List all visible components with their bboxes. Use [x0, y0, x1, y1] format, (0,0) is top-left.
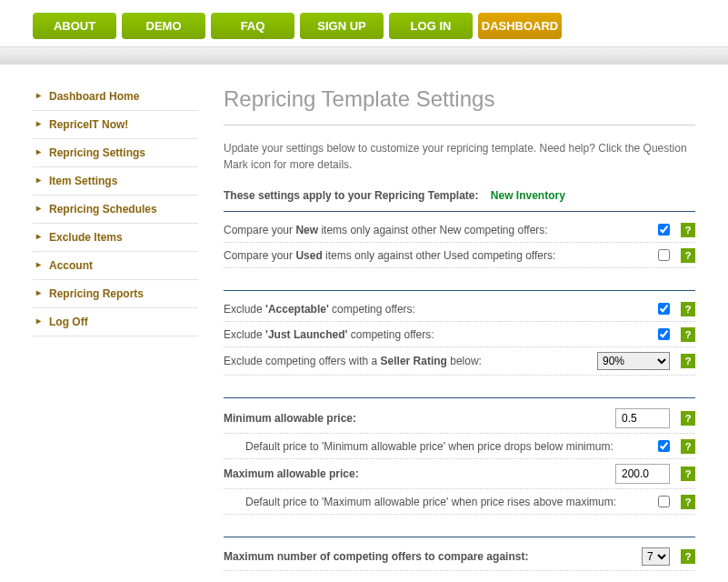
row-exclude-acceptable: Exclude 'Acceptable' competing offers: ? [224, 296, 695, 322]
checkbox-compare-new[interactable] [658, 224, 670, 236]
nav-login[interactable]: LOG IN [389, 13, 473, 39]
checkbox-max-default[interactable] [658, 496, 670, 507]
input-min-price[interactable] [615, 408, 670, 428]
help-icon[interactable]: ? [681, 439, 695, 454]
template-prefix: These settings apply to your Repricing T… [224, 189, 479, 202]
label-compare-used: Compare your Used items only against oth… [224, 249, 658, 262]
main-panel: Repricing Template Settings Update your … [224, 83, 695, 582]
sidebar-item-account[interactable]: Account [33, 252, 198, 280]
help-icon[interactable]: ? [681, 467, 695, 481]
help-icon[interactable]: ? [681, 495, 695, 509]
section-rule-3 [224, 397, 695, 398]
help-icon[interactable]: ? [681, 327, 695, 342]
input-max-price[interactable] [615, 464, 670, 484]
row-max-price: Maximum allowable price: ? [224, 459, 695, 489]
nav-dashboard[interactable]: DASHBOARD [478, 13, 562, 39]
label-compare-new: Compare your New items only against othe… [224, 224, 658, 236]
label-exclude-acceptable: Exclude 'Acceptable' competing offers: [224, 303, 658, 316]
nav-faq[interactable]: FAQ [211, 13, 294, 39]
sidebar-item-repricing-schedules[interactable]: Repricing Schedules [33, 196, 198, 224]
checkbox-min-default[interactable] [658, 440, 670, 452]
nav-about[interactable]: ABOUT [33, 13, 116, 39]
label-max-default: Default price to 'Maximum allowable pric… [224, 496, 658, 508]
sidebar-item-repricing-settings[interactable]: Repricing Settings [33, 139, 198, 167]
header-divider [0, 46, 728, 65]
label-min-price: Minimum allowable price: [224, 412, 615, 425]
template-name: New Inventory [491, 189, 565, 202]
label-max-offers: Maximum number of competing offers to co… [224, 550, 642, 563]
help-icon[interactable]: ? [681, 223, 695, 237]
section-rule-4 [224, 537, 695, 537]
row-max-offers: Maximum number of competing offers to co… [224, 543, 695, 571]
row-min-default: Default price to 'Minimum allowable pric… [224, 434, 695, 459]
sidebar-item-repricing-reports[interactable]: Repricing Reports [33, 280, 198, 308]
nav-signup[interactable]: SIGN UP [300, 13, 384, 39]
sidebar-item-repriceit-now[interactable]: RepriceIT Now! [33, 111, 198, 139]
nav-demo[interactable]: DEMO [122, 13, 205, 39]
title-rule [224, 125, 695, 125]
sidebar-item-log-off[interactable]: Log Off [33, 308, 198, 336]
help-icon[interactable]: ? [681, 549, 695, 564]
row-exclude-just-launched: Exclude 'Just Launched' competing offers… [224, 322, 695, 347]
checkbox-compare-used[interactable] [658, 249, 670, 261]
sidebar-item-exclude-items[interactable]: Exclude Items [33, 224, 198, 252]
template-line: These settings apply to your Repricing T… [224, 189, 695, 202]
section-rule-2 [224, 290, 695, 291]
label-exclude-just-launched: Exclude 'Just Launched' competing offers… [224, 328, 658, 341]
page-title: Repricing Template Settings [224, 86, 695, 112]
row-compare-used: Compare your Used items only against oth… [224, 243, 695, 268]
row-exclude-rating: Exclude competing offers with a Seller R… [224, 347, 695, 376]
label-exclude-rating: Exclude competing offers with a Seller R… [224, 355, 597, 367]
label-min-default: Default price to 'Minimum allowable pric… [224, 440, 658, 453]
select-max-offers[interactable]: 7 [642, 547, 670, 566]
row-min-price: Minimum allowable price: ? [224, 404, 695, 434]
select-seller-rating[interactable]: 90% [597, 352, 670, 370]
row-compare-new: Compare your New items only against othe… [224, 217, 695, 243]
help-icon[interactable]: ? [681, 302, 695, 316]
checkbox-exclude-just-launched[interactable] [658, 328, 670, 340]
sidebar-item-item-settings[interactable]: Item Settings [33, 167, 198, 196]
help-icon[interactable]: ? [681, 248, 695, 263]
top-nav: ABOUT DEMO FAQ SIGN UP LOG IN DASHBOARD [0, 0, 728, 46]
row-max-default: Default price to 'Maximum allowable pric… [224, 489, 695, 515]
checkbox-exclude-acceptable[interactable] [658, 303, 670, 315]
sidebar: Dashboard Home RepriceIT Now! Repricing … [33, 83, 198, 582]
sidebar-item-dashboard-home[interactable]: Dashboard Home [33, 83, 198, 111]
section-rule-1 [224, 211, 695, 212]
help-icon[interactable]: ? [681, 411, 695, 426]
intro-text: Update your settings below to customize … [224, 140, 695, 173]
help-icon[interactable]: ? [681, 354, 695, 368]
label-max-price: Maximum allowable price: [224, 467, 615, 480]
